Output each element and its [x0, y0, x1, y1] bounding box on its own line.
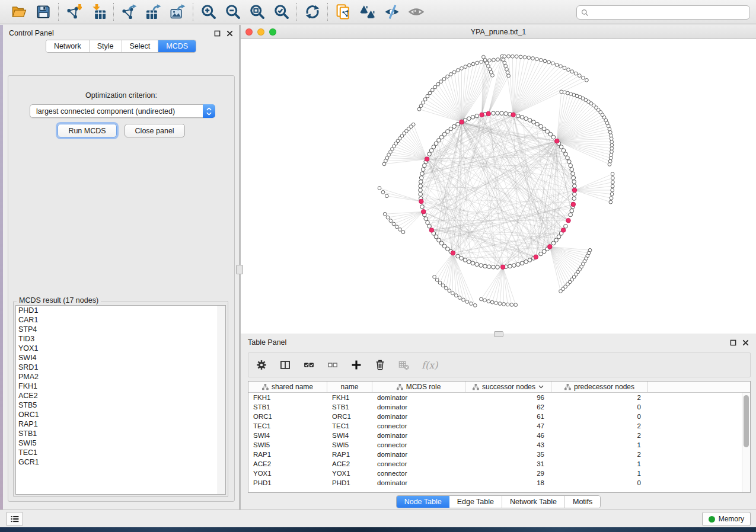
apply-layout-icon[interactable]	[304, 4, 320, 20]
table-row[interactable]: SWI4SWI4dominator462	[248, 431, 750, 440]
column-header-predecessor-nodes[interactable]: predecessor nodes	[551, 382, 648, 392]
tab-select[interactable]: Select	[122, 40, 159, 52]
result-item[interactable]: SRD1	[16, 363, 225, 372]
result-item[interactable]: STB1	[16, 429, 225, 438]
result-item[interactable]: YOX1	[16, 344, 225, 353]
toolbar-group	[329, 4, 430, 20]
vertical-splitter-handle[interactable]	[236, 265, 243, 274]
search-box[interactable]	[576, 5, 750, 20]
zoom-in-icon[interactable]	[200, 4, 216, 20]
result-item[interactable]: GCR1	[16, 457, 225, 467]
result-item[interactable]: PHD1	[16, 306, 225, 315]
table-row[interactable]: TEC1TEC1connector472	[248, 421, 750, 431]
table-row[interactable]: FKH1FKH1dominator962	[248, 393, 750, 402]
result-item[interactable]: STB5	[16, 400, 225, 410]
table-cell: 2	[551, 421, 648, 431]
hide-selected-icon[interactable]	[384, 4, 400, 20]
table-toolbar: f(x)	[248, 352, 751, 377]
result-item[interactable]: TID3	[16, 334, 225, 344]
result-item[interactable]: STP4	[16, 325, 225, 334]
export-network-icon[interactable]	[121, 4, 137, 20]
control-panel: Control Panel NetworkStyleSelectMCDS Opt…	[3, 25, 239, 509]
mcds-result-list[interactable]: PHD1CAR1STP4TID3YOX1SWI4SRD1PMA2FKH1ACE2…	[15, 305, 226, 495]
status-tasks-button[interactable]	[6, 512, 23, 526]
zoom-fit-icon[interactable]	[249, 4, 265, 20]
tab-motifs[interactable]: Motifs	[565, 496, 600, 508]
result-item[interactable]: ORC1	[16, 410, 225, 419]
export-table-icon[interactable]	[145, 4, 161, 20]
delete-table-icon[interactable]	[398, 360, 409, 371]
result-item[interactable]: PMA2	[16, 372, 225, 382]
memory-label: Memory	[719, 515, 744, 523]
result-item[interactable]: SWI4	[16, 353, 225, 363]
zoom-out-icon[interactable]	[225, 4, 241, 20]
close-panel-button[interactable]: Close panel	[125, 124, 185, 137]
network-window-titlebar[interactable]: YPA_prune.txt_1	[241, 25, 756, 39]
status-bar: Memory	[0, 509, 756, 527]
table-row[interactable]: STB1STB1dominator620	[248, 402, 750, 412]
table-cell: connector	[372, 421, 465, 431]
deselect-all-icon[interactable]	[327, 360, 338, 371]
table-cell: 18	[465, 478, 551, 488]
tab-network[interactable]: Network	[46, 40, 90, 52]
zoom-selected-icon[interactable]	[273, 4, 289, 20]
tab-style[interactable]: Style	[90, 40, 122, 52]
function-builder-icon: f(x)	[422, 360, 438, 371]
network-window-title: YPA_prune.txt_1	[241, 28, 756, 36]
import-table-icon[interactable]	[90, 4, 106, 20]
column-header-name[interactable]: name	[327, 382, 372, 392]
result-item[interactable]: FKH1	[16, 382, 225, 391]
toolbar-separator	[193, 3, 193, 21]
table-scrollbar[interactable]	[742, 393, 750, 492]
table-row[interactable]: YOX1YOX1connector291	[248, 469, 750, 478]
show-all-icon[interactable]	[408, 4, 424, 20]
table-cell: SWI5	[327, 440, 372, 450]
result-item[interactable]: TEC1	[16, 448, 225, 457]
import-network-icon[interactable]	[66, 4, 82, 20]
save-session-icon[interactable]	[35, 4, 51, 20]
network-canvas[interactable]	[241, 39, 756, 334]
table-row[interactable]: ACE2ACE2connector311	[248, 459, 750, 469]
search-input[interactable]	[592, 8, 745, 17]
open-session-icon[interactable]	[11, 4, 27, 20]
clone-network-icon[interactable]	[335, 4, 351, 20]
table-row[interactable]: SWI5SWI5connector431	[248, 440, 750, 450]
column-header-MCDS-role[interactable]: MCDS role	[372, 382, 465, 392]
horizontal-splitter-handle[interactable]	[494, 331, 503, 337]
export-image-icon[interactable]	[170, 4, 186, 20]
memory-button[interactable]: Memory	[702, 512, 751, 526]
table-cell: SWI4	[327, 431, 372, 440]
result-list-scrollbar[interactable]	[218, 306, 225, 494]
first-neighbors-icon[interactable]	[359, 4, 375, 20]
run-mcds-button[interactable]: Run MCDS	[58, 124, 116, 137]
close-panel-icon[interactable]	[227, 30, 233, 37]
result-item[interactable]: CAR1	[16, 315, 225, 325]
column-header-successor-nodes[interactable]: successor nodes	[465, 382, 551, 392]
tab-edge-table[interactable]: Edge Table	[449, 496, 502, 508]
table-scrollbar-thumb[interactable]	[744, 395, 749, 447]
float-table-panel-icon[interactable]	[730, 339, 736, 346]
node-table: shared namenameMCDS rolesuccessor nodesp…	[248, 381, 751, 493]
optimization-criterion-label: Optimization criterion:	[8, 91, 234, 100]
columns-icon[interactable]	[279, 360, 291, 371]
select-all-icon[interactable]	[303, 360, 314, 371]
result-item[interactable]: SWI5	[16, 438, 225, 448]
table-row[interactable]: ORC1ORC1dominator610	[248, 412, 750, 421]
column-header-shared-name[interactable]: shared name	[248, 382, 327, 392]
memory-status-icon	[709, 516, 715, 523]
delete-icon[interactable]	[374, 360, 385, 371]
close-table-panel-icon[interactable]	[742, 339, 749, 346]
add-icon[interactable]	[350, 360, 362, 371]
tab-mcds[interactable]: MCDS	[158, 40, 196, 52]
result-item[interactable]: ACE2	[16, 391, 225, 400]
table-row[interactable]: PHD1PHD1dominator180	[248, 478, 750, 488]
table-cell: 61	[465, 412, 551, 421]
result-item[interactable]: RAP1	[16, 419, 225, 429]
tab-node-table[interactable]: Node Table	[397, 496, 449, 508]
tab-network-table[interactable]: Network Table	[502, 496, 565, 508]
task-list-icon	[10, 514, 20, 524]
table-row[interactable]: RAP1RAP1dominator352	[248, 450, 750, 459]
gear-icon[interactable]	[256, 360, 267, 371]
criterion-dropdown[interactable]: largest connected component (undirected)	[30, 104, 215, 118]
float-panel-icon[interactable]	[214, 30, 221, 37]
